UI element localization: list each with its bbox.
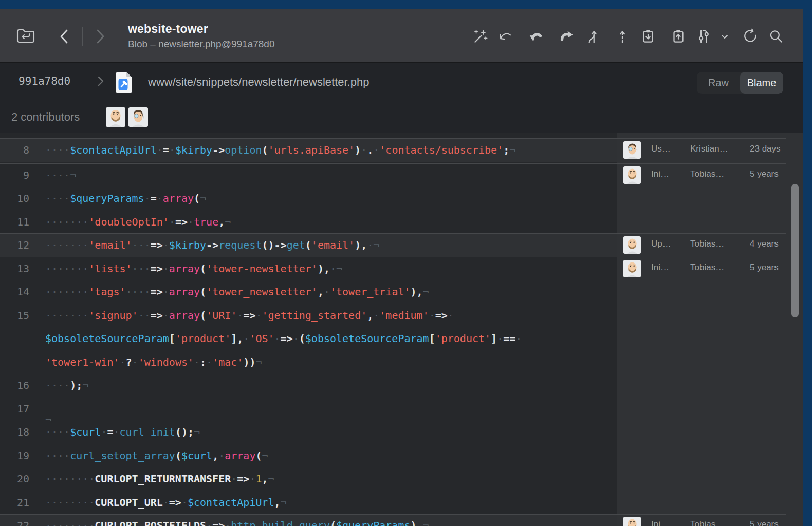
merge-button[interactable] xyxy=(579,27,605,46)
code-line-22: 22········CURLOPT_POSTFIELDS·=>·http_bui… xyxy=(0,514,617,526)
code-line-10: 10····$queryParams·=·array(¬ xyxy=(0,187,617,211)
breadcrumb-bar: 991a78d0 www/site/snippets/newsletter/ne… xyxy=(0,63,803,102)
toolbar-divider xyxy=(551,27,551,46)
refresh-icon xyxy=(742,28,759,45)
breadcrumb-commit-hash[interactable]: 991a78d0 xyxy=(19,75,70,87)
clipboard-down-icon xyxy=(639,28,657,45)
nav-back-button[interactable] xyxy=(57,28,72,45)
code-text: ·······'lists'···=>·array('tower-newslet… xyxy=(29,262,342,275)
code-line-18: 18····$curl·=·curl_init();¬ xyxy=(0,421,617,444)
workflows-dropdown[interactable] xyxy=(712,27,737,46)
app-window: website-tower Blob – newsletter.php@991a… xyxy=(0,9,803,526)
code-line-9: 9····¬ xyxy=(0,163,617,187)
folder-return-icon xyxy=(15,27,36,45)
code-text: ·······'doubleOptIn'·=>·true,¬ xyxy=(29,216,231,228)
breadcrumb-chevron-icon xyxy=(97,74,105,88)
blame-date: 23 days xyxy=(750,144,786,154)
nav-forward-button[interactable] xyxy=(93,28,108,45)
code-text: ¬ xyxy=(29,403,51,415)
blame-row[interactable]: Us…Kristian…23 days xyxy=(617,138,803,162)
line-number: 8 xyxy=(0,144,29,156)
contributors-label: 2 contributors xyxy=(11,110,80,124)
avatar-tobias[interactable] xyxy=(106,107,125,127)
blame-row[interactable]: Ini…Tobias…5 years xyxy=(617,163,803,187)
code-text: ····);¬ xyxy=(29,379,88,391)
avatar-tobias xyxy=(623,517,641,526)
blame-row[interactable]: Up…Tobias…4 years xyxy=(617,233,803,257)
raw-tab[interactable]: Raw xyxy=(697,72,740,94)
code-text: $obsoleteSourceParam['product'],·'OS'·=>… xyxy=(29,332,522,345)
avatar-tobias xyxy=(623,166,641,184)
search-button[interactable] xyxy=(763,27,789,46)
blame-commit-message: Ini… xyxy=(651,262,688,273)
blame-row[interactable]: Ini…Tobias…5 years xyxy=(617,257,803,280)
toolbar-divider xyxy=(607,27,607,46)
blame-row[interactable]: Ini…Tobias…5 years xyxy=(617,514,803,526)
code-text: 'tower1-win'·?·'windows'·:·'mac'))¬ xyxy=(29,356,262,368)
toolbar: website-tower Blob – newsletter.php@991a… xyxy=(0,9,803,63)
avatar-kristian xyxy=(623,141,641,159)
toolbar-divider xyxy=(521,27,521,46)
repo-list-button[interactable] xyxy=(14,26,37,46)
code-text: ····$queryParams·=·array(¬ xyxy=(29,192,206,204)
avatar-kristian[interactable] xyxy=(128,107,148,127)
undo-button[interactable] xyxy=(523,27,549,46)
nav-divider xyxy=(82,27,83,46)
scrollbar-gutter-divider xyxy=(787,133,787,526)
undo-arrow-icon xyxy=(527,28,545,45)
rebase-button[interactable] xyxy=(610,27,635,46)
code-text: ·······'tags'····=>·array('tower_newslet… xyxy=(29,286,429,298)
code-line-16: 16····);¬ xyxy=(0,374,617,398)
blame-panel: Us…Kristian…23 daysIni…Tobias…5 yearsUp…… xyxy=(617,133,803,526)
stash-apply-button[interactable] xyxy=(666,27,691,46)
hunk-separator xyxy=(0,138,786,139)
line-number: 9 xyxy=(0,169,29,181)
quick-actions-button[interactable] xyxy=(467,27,493,46)
merge-icon xyxy=(583,28,601,45)
blame-tab[interactable]: Blame xyxy=(740,72,783,94)
line-number: 16 xyxy=(0,379,29,391)
line-number: 21 xyxy=(0,496,29,509)
line-number: 19 xyxy=(0,449,29,462)
blame-commit-message: Us… xyxy=(651,144,688,154)
blame-author: Tobias… xyxy=(690,262,746,273)
blame-author: Tobias… xyxy=(690,519,746,526)
code-line-15: 15·······'signup'··=>·array('URI'·=>·'ge… xyxy=(0,304,617,327)
blame-commit-message: Up… xyxy=(651,239,688,249)
code-view[interactable]: 8····$contactApiUrl·=·$kirby->option('ur… xyxy=(0,133,803,526)
blame-date: 4 years xyxy=(750,239,786,249)
scrollbar-thumb[interactable] xyxy=(791,184,799,317)
rebase-dashed-arrow-icon xyxy=(614,28,631,45)
clipboard-up-icon xyxy=(670,28,687,45)
code-line-wrap: 'tower1-win'·?·'windows'·:·'mac'))¬ xyxy=(0,350,617,374)
code-line-12: 12·······'email'···=>·$kirby->request()-… xyxy=(0,234,617,257)
refresh-button[interactable] xyxy=(737,27,763,46)
line-number: 14 xyxy=(0,286,29,298)
line-number: 17 xyxy=(0,403,29,415)
stash-button[interactable] xyxy=(635,27,661,46)
view-subtitle: Blob – newsletter.php@991a78d0 xyxy=(128,39,275,50)
code-line-17: 17¬ xyxy=(0,397,617,421)
chevron-right-icon xyxy=(94,28,107,45)
code-line-wrap: $obsoleteSourceParam['product'],·'OS'·=>… xyxy=(0,327,617,351)
breadcrumb-file-path: www/site/snippets/newsletter/newsletter.… xyxy=(148,76,369,89)
code-text: ····$curl·=·curl_init();¬ xyxy=(29,426,200,438)
code-text: ····curl_setopt_array($curl,·array(¬ xyxy=(29,449,268,462)
blame-author: Kristian… xyxy=(690,144,746,154)
redo-button[interactable] xyxy=(553,27,579,46)
avatar-tobias xyxy=(623,260,641,277)
view-mode-segmented-control: Raw Blame xyxy=(697,72,783,94)
line-number: 12 xyxy=(0,239,29,251)
blame-date: 5 years xyxy=(750,262,786,273)
discard-arrow-icon xyxy=(497,28,514,45)
blame-date: 5 years xyxy=(750,519,786,526)
code-text: ········CURLOPT_RETURNTRANSFER·=>·1,¬ xyxy=(29,473,274,485)
code-text: ·······'signup'··=>·array('URI'·=>·'gett… xyxy=(29,309,454,322)
line-number: 15 xyxy=(0,309,29,322)
hunk-separator xyxy=(0,257,786,258)
hunk-separator xyxy=(0,163,786,164)
code-text: ····$contactApiUrl·=·$kirby->option('url… xyxy=(29,144,515,156)
discard-button[interactable] xyxy=(493,27,519,46)
chevron-left-icon xyxy=(58,28,71,45)
code-line-13: 13·······'lists'···=>·array('tower-newsl… xyxy=(0,257,617,280)
